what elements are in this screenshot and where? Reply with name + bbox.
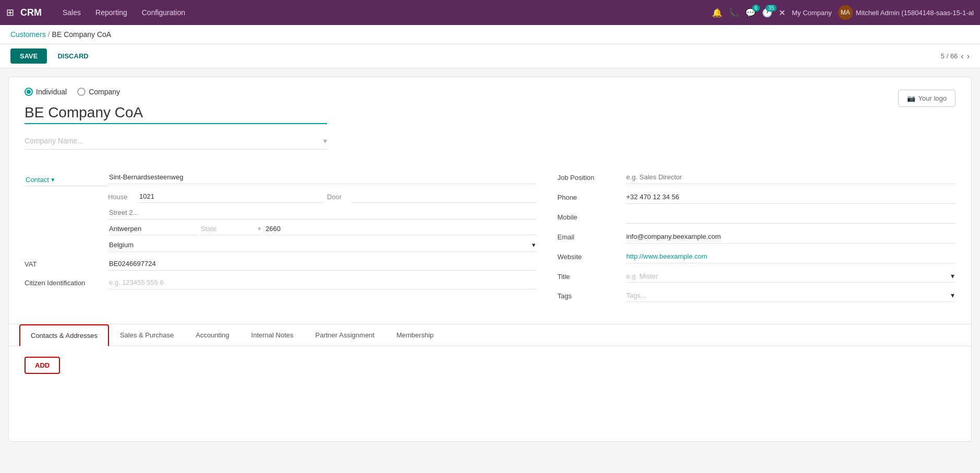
todo-icon[interactable]: 🕐 35 bbox=[762, 8, 772, 18]
state-placeholder: State bbox=[201, 225, 216, 233]
tab-sales[interactable]: Sales & Purchase bbox=[109, 324, 185, 346]
tags-label: Tags bbox=[558, 289, 625, 300]
pagination: 5 / 66 ‹ › bbox=[941, 52, 970, 61]
chat-icon[interactable]: 💬 6 bbox=[745, 8, 756, 18]
logo-button-label: Your logo bbox=[918, 94, 947, 102]
next-arrow[interactable]: › bbox=[967, 52, 970, 61]
vat-input[interactable] bbox=[108, 257, 537, 271]
prev-arrow[interactable]: ‹ bbox=[961, 52, 963, 61]
form-left: Contact ▾ House Door bbox=[25, 171, 537, 308]
contact-type-select[interactable]: Contact ▾ bbox=[25, 174, 108, 186]
country-value: Belgium bbox=[109, 241, 134, 249]
phone-input[interactable] bbox=[625, 190, 955, 204]
breadcrumb-parent[interactable]: Customers bbox=[10, 30, 46, 39]
city-state-zip: State ▾ bbox=[108, 223, 537, 235]
discard-button[interactable]: DISCARD bbox=[51, 48, 94, 64]
email-row: Email bbox=[558, 230, 955, 244]
top-navigation: ⊞ CRM Sales Reporting Configuration 🔔 📞 … bbox=[0, 0, 980, 25]
door-label: Door bbox=[327, 193, 348, 201]
title-placeholder: e.g. Mister bbox=[626, 272, 951, 280]
topnav-right: 🔔 📞 💬 6 🕐 35 ✕ My Company MA Mitchell Ad… bbox=[712, 5, 974, 20]
country-arrow: ▾ bbox=[532, 241, 536, 249]
company-name[interactable]: My Company bbox=[792, 9, 832, 17]
company-name-dropdown[interactable]: Company Name... ▾ bbox=[25, 132, 327, 150]
breadcrumb-current: BE Company CoA bbox=[52, 30, 112, 39]
todo-badge: 35 bbox=[766, 5, 777, 11]
chat-badge: 6 bbox=[752, 5, 760, 11]
company-name-input[interactable] bbox=[25, 102, 327, 124]
tab-partner[interactable]: Partner Assignment bbox=[305, 324, 385, 346]
country-select[interactable]: Belgium ▾ bbox=[108, 238, 537, 252]
form-header: 📷 Your logo Individual Company Company N… bbox=[9, 77, 971, 165]
breadcrumb-separator: / bbox=[48, 30, 50, 39]
company-label: Company bbox=[89, 88, 120, 96]
tab-notes[interactable]: Internal Notes bbox=[240, 324, 305, 346]
menu-sales[interactable]: Sales bbox=[56, 5, 87, 20]
action-bar: SAVE DISCARD 5 / 66 ‹ › bbox=[0, 44, 980, 68]
state-select[interactable]: State ▾ bbox=[200, 223, 262, 235]
close-icon[interactable]: ✕ bbox=[779, 8, 785, 18]
email-label: Email bbox=[558, 230, 625, 241]
notification-icon[interactable]: 🔔 bbox=[712, 8, 722, 18]
tags-arrow: ▾ bbox=[951, 291, 954, 299]
website-label: Website bbox=[558, 250, 625, 261]
citizen-label: Citizen Identification bbox=[25, 276, 108, 287]
vat-row: VAT bbox=[25, 257, 537, 271]
form-body: Contact ▾ House Door bbox=[9, 165, 971, 313]
user-menu[interactable]: MA Mitchell Admin (15804148-saas-15-1-al bbox=[838, 5, 974, 20]
individual-label: Individual bbox=[36, 88, 67, 96]
tab-contacts[interactable]: Contacts & Addresses bbox=[19, 324, 109, 346]
company-name-placeholder: Company Name... bbox=[25, 137, 83, 145]
tab-membership[interactable]: Membership bbox=[385, 324, 445, 346]
street-input[interactable] bbox=[108, 171, 537, 184]
address-block: House Door State ▾ bbox=[108, 171, 537, 252]
user-name: Mitchell Admin (15804148-saas-15-1-al bbox=[856, 9, 974, 17]
save-button[interactable]: SAVE bbox=[10, 48, 47, 64]
tab-content: ADD bbox=[9, 346, 971, 384]
user-avatar: MA bbox=[838, 5, 853, 20]
company-radio-dot bbox=[77, 88, 86, 96]
door-input[interactable] bbox=[352, 190, 537, 203]
job-position-row: Job Position bbox=[558, 171, 955, 184]
logo-button[interactable]: 📷 Your logo bbox=[898, 90, 955, 107]
mobile-label: Mobile bbox=[558, 210, 625, 221]
radio-company[interactable]: Company bbox=[77, 88, 120, 96]
brand-logo[interactable]: CRM bbox=[20, 7, 42, 18]
title-select[interactable]: e.g. Mister ▾ bbox=[625, 270, 955, 283]
website-input[interactable] bbox=[625, 250, 955, 263]
phone-icon[interactable]: 📞 bbox=[729, 8, 739, 18]
title-row: Title e.g. Mister ▾ bbox=[558, 270, 955, 283]
tabs-bar: Contacts & Addresses Sales & Purchase Ac… bbox=[9, 324, 971, 346]
grid-icon[interactable]: ⊞ bbox=[6, 7, 14, 18]
title-arrow: ▾ bbox=[951, 272, 954, 280]
add-button[interactable]: ADD bbox=[25, 357, 60, 374]
mobile-input[interactable] bbox=[625, 210, 955, 224]
house-door-row: House Door bbox=[108, 190, 537, 203]
city-input[interactable] bbox=[108, 223, 198, 235]
tags-row: Tags Tags... ▾ bbox=[558, 289, 955, 302]
citizen-row: Citizen Identification bbox=[25, 276, 537, 289]
contact-type-label: Contact ▾ bbox=[25, 171, 108, 186]
citizen-input[interactable] bbox=[108, 276, 537, 289]
menu-configuration[interactable]: Configuration bbox=[136, 5, 191, 20]
top-menu: Sales Reporting Configuration bbox=[56, 5, 708, 20]
street2-input[interactable] bbox=[108, 206, 537, 220]
radio-individual[interactable]: Individual bbox=[25, 88, 67, 96]
email-input[interactable] bbox=[625, 230, 955, 244]
mobile-row: Mobile bbox=[558, 210, 955, 224]
individual-radio-dot bbox=[25, 88, 33, 96]
contact-type-row: Contact ▾ House Door bbox=[25, 171, 537, 252]
house-label: House bbox=[108, 193, 134, 201]
tags-select[interactable]: Tags... ▾ bbox=[625, 289, 955, 302]
phone-row: Phone bbox=[558, 190, 955, 204]
zip-input[interactable] bbox=[264, 223, 537, 235]
camera-icon: 📷 bbox=[907, 94, 915, 102]
vat-label: VAT bbox=[25, 257, 108, 268]
form-right: Job Position Phone Mobile Email Website bbox=[558, 171, 955, 308]
house-input[interactable] bbox=[138, 190, 323, 203]
job-position-input[interactable] bbox=[625, 171, 955, 184]
phone-label: Phone bbox=[558, 190, 625, 201]
menu-reporting[interactable]: Reporting bbox=[89, 5, 134, 20]
state-arrow: ▾ bbox=[258, 225, 261, 233]
tab-accounting[interactable]: Accounting bbox=[185, 324, 240, 346]
